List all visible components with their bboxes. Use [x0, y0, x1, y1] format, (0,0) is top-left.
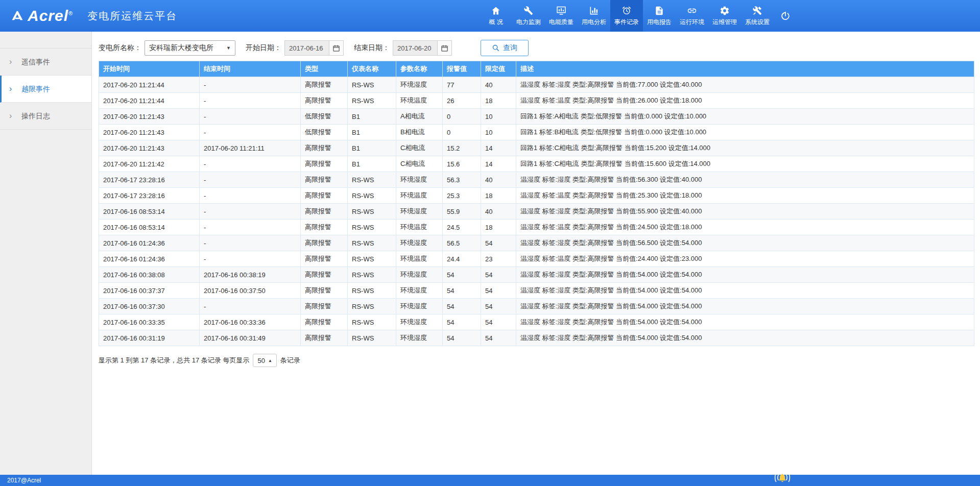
end-date-input[interactable] — [393, 40, 438, 56]
link-icon — [687, 6, 697, 16]
end-date-calendar-button[interactable] — [438, 40, 452, 56]
chevron-right-icon: › — [9, 48, 12, 75]
table-cell: 温湿度 标签:温度 类型:高限报警 当前值:24.500 设定值:18.000 — [516, 220, 974, 235]
sidebar-divider — [0, 32, 91, 48]
table-row: 2017-06-20 11:21:44-高限报警RS-WS环境湿度7740温湿度… — [99, 77, 974, 93]
table-cell: 15.2 — [443, 140, 481, 156]
sidebar-item-operation-logs[interactable]: ›操作日志 — [0, 103, 91, 130]
table-cell: 2017-06-16 00:31:49 — [200, 330, 301, 346]
table-cell: 2017-06-20 11:21:44 — [99, 77, 200, 93]
table-cell: 环境湿度 — [396, 235, 443, 251]
pagination-suffix: 条记录 — [280, 356, 300, 365]
table-cell: 2017-06-20 11:21:42 — [99, 156, 200, 172]
page-title: 变电所运维云平台 — [87, 9, 177, 23]
report-icon — [654, 6, 664, 16]
nav-item-label: 事件记录 — [614, 18, 639, 27]
top-nav: 概 况电力监测电能质量用电分析事件记录用电报告运行环境运维管理系统设置 — [480, 0, 797, 32]
table-cell: RS-WS — [348, 188, 396, 204]
table-cell: 54 — [443, 314, 481, 330]
nav-item-overview[interactable]: 概 况 — [480, 0, 512, 32]
table-cell: 40 — [481, 204, 516, 220]
start-date-calendar-button[interactable] — [329, 40, 344, 56]
table-cell: 23 — [481, 251, 516, 267]
page-size-select[interactable]: 50 ▲ — [253, 354, 276, 367]
table-cell: 环境湿度 — [396, 267, 443, 283]
table-cell: 24.4 — [443, 251, 481, 267]
notification-bell-button[interactable] — [772, 471, 793, 486]
table-cell: 54 — [443, 283, 481, 299]
table-cell: 温湿度 标签:湿度 类型:高限报警 当前值:54.000 设定值:54.000 — [516, 283, 974, 299]
table-cell: RS-WS — [348, 267, 396, 283]
table-cell: 2017-06-16 01:24:36 — [99, 235, 200, 251]
table-cell: 高限报警 — [301, 188, 348, 204]
nav-item-label: 运行环境 — [680, 18, 704, 27]
table-cell: C相电流 — [396, 140, 443, 156]
table-cell: 温湿度 标签:湿度 类型:高限报警 当前值:77.000 设定值:40.000 — [516, 77, 974, 93]
nav-item-event-record[interactable]: 事件记录 — [610, 0, 643, 32]
table-cell: B1 — [348, 140, 396, 156]
sidebar-item-limit-events[interactable]: ›越限事件 — [0, 76, 91, 103]
nav-item-settings[interactable]: 系统设置 — [741, 0, 774, 32]
registered-mark: ® — [68, 10, 73, 16]
table-cell: 温湿度 标签:湿度 类型:高限报警 当前值:56.500 设定值:54.000 — [516, 235, 974, 251]
table-body: 2017-06-20 11:21:44-高限报警RS-WS环境湿度7740温湿度… — [99, 77, 974, 346]
table-cell: RS-WS — [348, 172, 396, 188]
station-select[interactable]: 安科瑞新大楼变电所 ▼ — [145, 40, 235, 56]
column-header: 参数名称 — [396, 61, 443, 77]
table-cell: 高限报警 — [301, 204, 348, 220]
table-cell: B相电流 — [396, 125, 443, 140]
bell-icon — [772, 471, 793, 486]
table-cell: B1 — [348, 125, 396, 140]
table-cell: 环境湿度 — [396, 204, 443, 220]
table-cell: 高限报警 — [301, 77, 348, 93]
sidebar-item-label: 遥信事件 — [21, 58, 50, 66]
table-cell: RS-WS — [348, 251, 396, 267]
table-row: 2017-06-16 00:37:30-高限报警RS-WS环境湿度5454温湿度… — [99, 299, 974, 314]
alarm-clock-icon — [622, 6, 632, 16]
table-cell: 高限报警 — [301, 156, 348, 172]
table-cell: 温湿度 标签:湿度 类型:高限报警 当前值:54.000 设定值:54.000 — [516, 314, 974, 330]
table-cell: 2017-06-16 00:38:19 — [200, 267, 301, 283]
table-cell: A相电流 — [396, 109, 443, 125]
sidebar-item-label: 操作日志 — [21, 112, 50, 120]
table-row: 2017-06-20 11:21:432017-06-20 11:21:11高限… — [99, 140, 974, 156]
column-header: 开始时间 — [99, 61, 200, 77]
table-cell: 环境湿度 — [396, 77, 443, 93]
main-content: 变电所名称： 安科瑞新大楼变电所 ▼ 开始日期： 结束日期： — [92, 32, 980, 475]
table-cell: - — [200, 93, 301, 109]
table-cell: RS-WS — [348, 314, 396, 330]
table-row: 2017-06-16 00:31:192017-06-16 00:31:49高限… — [99, 330, 974, 346]
table-cell: 0 — [443, 125, 481, 140]
table-cell: 14 — [481, 140, 516, 156]
table-cell: 2017-06-17 23:28:16 — [99, 172, 200, 188]
column-header: 仪表名称 — [348, 61, 396, 77]
table-cell: 40 — [481, 172, 516, 188]
sidebar-item-remote-signal-events[interactable]: ›遥信事件 — [0, 48, 91, 76]
nav-item-power-report[interactable]: 用电报告 — [643, 0, 676, 32]
table-cell: 高限报警 — [301, 330, 348, 346]
nav-item-power-monitoring[interactable]: 电力监测 — [512, 0, 545, 32]
nav-item-label: 系统设置 — [745, 18, 770, 27]
nav-item-power-analysis[interactable]: 用电分析 — [578, 0, 610, 32]
nav-item-maintenance[interactable]: 运维管理 — [708, 0, 741, 32]
table-cell: 54 — [481, 330, 516, 346]
power-button[interactable] — [774, 0, 797, 32]
start-date-input[interactable] — [284, 40, 329, 56]
table-cell: 56.3 — [443, 172, 481, 188]
logo-text: Acrel® — [28, 7, 73, 25]
column-header: 结束时间 — [200, 61, 301, 77]
table-cell: RS-WS — [348, 330, 396, 346]
table-row: 2017-06-20 11:21:42-高限报警B1C相电流15.614回路1 … — [99, 156, 974, 172]
query-button[interactable]: 查询 — [481, 40, 529, 56]
table-cell: 2017-06-16 00:37:50 — [200, 283, 301, 299]
query-button-label: 查询 — [503, 43, 517, 53]
table-cell: - — [200, 77, 301, 93]
table-cell: 2017-06-16 08:53:14 — [99, 204, 200, 220]
table-header-row: 开始时间结束时间类型仪表名称参数名称报警值限定值描述 — [99, 61, 974, 77]
table-cell: 24.5 — [443, 220, 481, 235]
nav-item-power-quality[interactable]: 电能质量 — [545, 0, 578, 32]
table-cell: 54 — [481, 235, 516, 251]
nav-item-environment[interactable]: 运行环境 — [676, 0, 708, 32]
table-cell: 高限报警 — [301, 283, 348, 299]
table-cell: 回路1 标签:C相电流 类型:高限报警 当前值:15.600 设定值:14.00… — [516, 156, 974, 172]
